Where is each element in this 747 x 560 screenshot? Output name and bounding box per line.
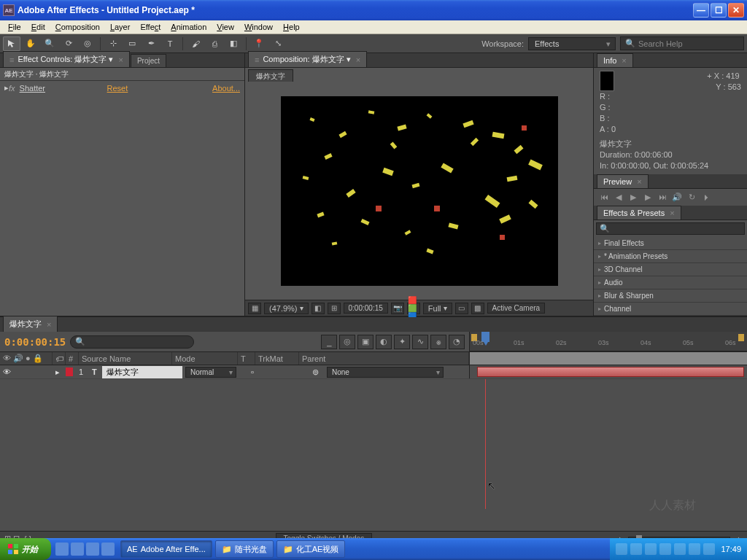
stamp-tool[interactable]: ⎙: [206, 36, 223, 51]
quicklaunch-icon[interactable]: [86, 542, 99, 556]
timeline-search[interactable]: 🔍: [70, 335, 194, 349]
tray-icon[interactable]: [703, 543, 715, 555]
work-area-end[interactable]: [738, 334, 744, 341]
first-frame-button[interactable]: ⏮: [598, 192, 610, 201]
tray-icon[interactable]: [689, 543, 700, 555]
workspace-dropdown[interactable]: Effects: [528, 37, 616, 50]
taskbar-app-folder2[interactable]: 📁化工AE视频: [276, 540, 346, 558]
layer-name[interactable]: 爆炸文字: [102, 366, 182, 378]
ep-item[interactable]: * Animation Presets: [594, 250, 747, 263]
ep-item[interactable]: Channel: [594, 303, 747, 316]
ep-item[interactable]: Final Effects: [594, 237, 747, 250]
timecode-display[interactable]: 0:00:00:15: [344, 303, 388, 314]
zoom-dropdown[interactable]: (47.9%) ▾: [264, 303, 309, 314]
menu-window[interactable]: Window: [239, 21, 278, 33]
tab-project[interactable]: Project: [131, 54, 166, 67]
tl-shy-icon[interactable]: ⎯: [321, 335, 337, 349]
camera-tool[interactable]: ◎: [79, 36, 96, 51]
ep-item[interactable]: Blur & Sharpen: [594, 289, 747, 303]
region-icon[interactable]: ▦: [248, 303, 261, 314]
channel-icon[interactable]: 🟥🟩🟦: [407, 303, 420, 314]
hand-tool[interactable]: ✋: [22, 36, 39, 51]
brush-tool[interactable]: 🖌: [187, 36, 204, 51]
axis-tool[interactable]: ⤡: [269, 36, 287, 51]
tl-draft3d-icon[interactable]: ◎: [339, 335, 355, 349]
view-icon[interactable]: ▭: [455, 303, 468, 314]
quicklaunch-icon[interactable]: [55, 542, 69, 556]
menu-file[interactable]: File: [3, 21, 26, 33]
text-tool[interactable]: T: [161, 36, 179, 51]
effects-search-input[interactable]: 🔍: [596, 222, 745, 235]
ep-item[interactable]: Audio: [594, 276, 747, 289]
mode-dropdown[interactable]: Normal: [185, 367, 236, 378]
audio-button[interactable]: 🔊: [671, 192, 683, 202]
tab-info[interactable]: Info×: [597, 53, 633, 67]
search-help-input[interactable]: 🔍 Search Help: [620, 36, 744, 50]
maximize-button[interactable]: ☐: [711, 3, 727, 18]
effect-row-shatter[interactable]: ▸ fx Shatter Reset About...: [0, 81, 244, 95]
res-half-icon[interactable]: ◧: [311, 303, 325, 314]
timeline-layer-row[interactable]: 👁 ▸ 1 T 爆炸文字 Normal ▫ ⊚ None: [0, 365, 747, 379]
menu-effect[interactable]: Effect: [135, 21, 166, 33]
tl-frameblend-icon[interactable]: ▣: [357, 335, 374, 349]
play-button[interactable]: ▶: [627, 192, 639, 202]
next-frame-button[interactable]: ▶: [642, 192, 654, 202]
snapshot-icon[interactable]: 📷: [391, 303, 404, 314]
effect-name[interactable]: Shatter: [20, 84, 107, 93]
tray-icon[interactable]: [616, 543, 627, 555]
pen-tool[interactable]: ✒: [142, 36, 160, 51]
tab-effect-controls[interactable]: ≡Effect Controls: 爆炸文字▾×: [3, 51, 130, 67]
prev-frame-button[interactable]: ◀: [613, 192, 624, 202]
comp-subtab[interactable]: 爆炸文字: [248, 69, 293, 82]
grid-icon[interactable]: ⊞: [328, 303, 341, 314]
tray-icon[interactable]: [630, 543, 642, 555]
menu-edit[interactable]: Edit: [26, 21, 50, 33]
menu-view[interactable]: View: [212, 21, 239, 33]
tray-icon[interactable]: [645, 543, 657, 555]
composition-viewer[interactable]: [281, 96, 558, 286]
tl-motionblur-icon[interactable]: ◐: [376, 335, 392, 349]
timeline-tab[interactable]: 爆炸文字×: [3, 316, 58, 332]
tab-composition[interactable]: ≡Composition: 爆炸文字▾×: [248, 51, 367, 67]
selection-tool[interactable]: [3, 36, 20, 51]
start-button[interactable]: 开始: [0, 538, 51, 560]
layer-duration-bar[interactable]: [477, 367, 744, 377]
zoom-tool[interactable]: 🔍: [41, 36, 58, 51]
resolution-dropdown[interactable]: Full ▾: [423, 303, 452, 314]
tray-icon[interactable]: [659, 543, 671, 555]
menu-animation[interactable]: Animation: [166, 21, 212, 33]
minimize-button[interactable]: —: [693, 3, 709, 18]
transparency-icon[interactable]: ▩: [471, 303, 484, 314]
parent-dropdown[interactable]: None: [327, 367, 444, 378]
menu-layer[interactable]: Layer: [105, 21, 136, 33]
taskbar-app-ae[interactable]: AEAdobe After Effe...: [120, 540, 212, 558]
timeline-timecode[interactable]: 0:00:00:15: [4, 336, 66, 348]
rotate-tool[interactable]: ⟳: [60, 36, 77, 51]
time-ruler[interactable]: 00s 01s 02s 03s 04s 05s 06s: [470, 332, 747, 351]
eraser-tool[interactable]: ◧: [225, 36, 242, 51]
quicklaunch-icon[interactable]: [101, 542, 115, 556]
tl-lock-icon[interactable]: ◔: [449, 335, 465, 349]
menu-help[interactable]: Help: [278, 21, 305, 33]
effect-about-link[interactable]: About...: [212, 84, 240, 93]
anchor-tool[interactable]: ⊹: [104, 36, 122, 51]
menu-composition[interactable]: Composition: [50, 21, 105, 33]
tl-graph-icon[interactable]: ∿: [412, 335, 428, 349]
rect-tool[interactable]: ▭: [123, 36, 141, 51]
tab-preview[interactable]: Preview×: [597, 174, 649, 188]
taskbar-clock[interactable]: 17:49: [721, 545, 741, 553]
effect-reset-link[interactable]: Reset: [107, 84, 128, 93]
tl-brainstorm-icon[interactable]: ✦: [394, 335, 410, 349]
tl-autoker-icon[interactable]: ⎈: [430, 335, 446, 349]
layer-color-swatch[interactable]: [66, 368, 73, 376]
taskbar-app-folder1[interactable]: 📁随书光盘: [215, 540, 274, 558]
quicklaunch-icon[interactable]: [71, 542, 84, 556]
ram-preview-button[interactable]: ⏵: [700, 192, 712, 201]
tray-icon[interactable]: [674, 543, 686, 555]
camera-dropdown[interactable]: Active Camera: [487, 303, 546, 314]
loop-button[interactable]: ↻: [686, 192, 697, 202]
close-button[interactable]: ✕: [728, 3, 744, 18]
ep-item[interactable]: 3D Channel: [594, 263, 747, 276]
last-frame-button[interactable]: ⏭: [657, 192, 668, 201]
puppet-tool[interactable]: 📍: [250, 36, 268, 51]
